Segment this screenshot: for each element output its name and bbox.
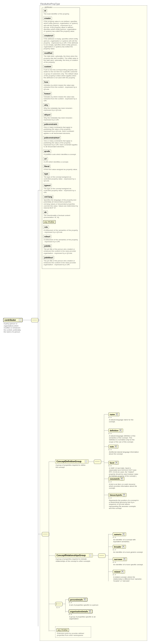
attr-title[interactable]: custom (43, 65, 52, 68)
attr-roleuri: roleuriA refinement of the semantics of … (43, 235, 78, 242)
child-sameAs[interactable]: sameAs +0..∞An identifier of a concept w… (113, 532, 144, 542)
def-sequence-connector (94, 460, 101, 464)
attr-pubconstraint: pubconstraintOne or many constraints tha… (43, 122, 78, 134)
child-related[interactable]: related +0..∞A related concept, where th… (113, 570, 144, 582)
cardinality: 0..∞ (108, 481, 140, 483)
collapse-icon[interactable]: − (19, 319, 21, 321)
child-hierarchyInfo[interactable]: hierarchyInfo +0..∞Represents the positi… (108, 493, 140, 509)
child-desc: Additional natural language information … (108, 451, 140, 455)
attr-qcode: qcodeA qualified code which identifies a… (43, 150, 78, 155)
expand-icon[interactable]: + (123, 558, 126, 560)
expand-icon[interactable]: + (122, 533, 125, 536)
attr-title[interactable]: jobtitleuri (43, 256, 54, 259)
attr-xmllang: xml:langSpecifies the language of this p… (43, 195, 78, 209)
cardinality: 0..∞ (108, 497, 140, 499)
attr-modified: modifiedThe date (and, optionally, the t… (43, 51, 78, 63)
child-broader[interactable]: broader +0..∞An identifier of a more gen… (113, 545, 144, 553)
attr-title[interactable]: xml:lang (43, 195, 53, 198)
attr-title[interactable]: dir (43, 210, 48, 214)
attr-title[interactable]: pubconstrainturi (43, 136, 61, 140)
attr-howuri: howuriIndicates by which means the value… (43, 92, 78, 102)
attr-title[interactable]: roleuri (43, 235, 51, 238)
attr-title[interactable]: whyuri (43, 113, 52, 116)
cardinality: 0..∞ (69, 602, 99, 604)
attr-any-other[interactable]: any ##other (43, 220, 56, 224)
attr-why: whyWhy the metadata has been included - … (43, 103, 78, 111)
root-desc: A party (person or organisation) which m… (3, 323, 22, 333)
cardinality: 0..∞ (113, 561, 144, 563)
root-element[interactable]: contributor − A party (person or organis… (3, 318, 22, 333)
attr-title[interactable]: how (43, 80, 49, 84)
attr-desc: A refinement of the semantics of the pro… (43, 229, 78, 233)
attr-title[interactable]: howuri (43, 92, 52, 96)
collapse-icon[interactable]: − (89, 554, 92, 556)
expand-icon[interactable]: + (89, 610, 91, 613)
concept-relationships-group[interactable]: ConceptRelationshipsGroup − A group of p… (55, 553, 93, 562)
rel-sequence-connector (98, 554, 106, 558)
attr-title[interactable]: jobtitle (43, 244, 52, 248)
child-name[interactable]: name +0..∞A natural language name for th… (108, 412, 140, 423)
attr-desc: If the attribute is empty, specifies whi… (43, 38, 78, 50)
child-desc: A link to an item or a web resource whic… (108, 483, 140, 489)
attr-desc: Why the metadata has been included - exp… (43, 107, 78, 111)
group-def-desc: A group of properites required to define… (55, 464, 88, 468)
concept-definition-group[interactable]: ConceptDefinitionGroup − A group of prop… (55, 460, 88, 468)
collapse-icon[interactable]: − (85, 460, 87, 463)
attr-creator: creatorIf the property value is not defi… (43, 16, 78, 32)
child-personDetails[interactable]: personDetails +0..∞A set of properties s… (69, 598, 99, 606)
expand-icon[interactable]: + (120, 429, 122, 432)
child-note[interactable]: note +0..∞Additional natural language in… (108, 445, 140, 455)
attr-title[interactable]: qcode (43, 150, 51, 153)
attr-title[interactable]: role (43, 226, 49, 229)
child-organisationDetails[interactable]: organisationDetails +0..∞A group of prop… (69, 610, 100, 620)
cardinality: 0..∞ (113, 536, 144, 538)
child-remoteInfo[interactable]: remoteInfo +0..∞A link to an item or a w… (108, 477, 140, 489)
child-facet[interactable]: facet +0..∞In NAR 1.8 and later, facet i… (108, 461, 140, 477)
expand-icon[interactable]: + (84, 598, 86, 601)
child-desc: A set of properties specific to a person (69, 604, 99, 606)
expand-icon[interactable]: + (121, 478, 123, 480)
expand-icon[interactable]: + (116, 413, 118, 416)
expand-icon[interactable]: + (121, 570, 124, 573)
attr-whyuri: whyuriWhy the metadata has been included… (43, 113, 78, 121)
attr-title[interactable]: id (43, 9, 47, 12)
attr-pubconstrainturi: pubconstrainturiOne or many constraints … (43, 136, 78, 148)
attributes-label: attributes (44, 6, 53, 8)
attr-title[interactable]: pubconstraint (43, 122, 58, 126)
attr-desc: The local identifier of the property. (43, 13, 78, 15)
group-def-name: ConceptDefinitionGroup (56, 460, 82, 463)
attr-dir: dirThe directionality of textual content… (43, 210, 78, 218)
attr-desc: Specifies the language of this property … (43, 199, 78, 209)
attr-desc: The date (and, optionally, the time) whe… (43, 55, 78, 63)
child-desc: A related concept, where the relationshi… (113, 576, 144, 582)
attr-desc: A qualified code which identifies a conc… (43, 154, 78, 155)
expand-icon[interactable]: + (115, 446, 117, 448)
child-narrower[interactable]: narrower +0..∞An identifier of a more sp… (113, 558, 144, 566)
expand-icon[interactable]: + (122, 546, 124, 548)
attr-jobtitleuri: jobtitleuriThe job title of the person w… (43, 256, 78, 266)
attr-uri: uriA URI which identifies a concept. (43, 157, 78, 163)
cardinality: 0..∞ (108, 449, 140, 450)
cardinality: 0..∞ (108, 465, 140, 467)
child-definition[interactable]: definition +0..∞A natural language defin… (108, 429, 140, 443)
sequence-connector (31, 318, 38, 322)
attr-title[interactable]: typeuri (43, 184, 52, 187)
cardinality: 0..∞ (113, 574, 144, 576)
expand-icon[interactable]: + (123, 494, 125, 496)
attr-title[interactable]: literal (43, 164, 50, 168)
child-desc: A natural language name for the concept. (108, 419, 140, 423)
attr-title[interactable]: why (43, 103, 49, 107)
child-desc: A group of properties specific to an org… (69, 616, 100, 620)
attr-title[interactable]: modified (43, 51, 54, 55)
extension-any[interactable]: any ##other (56, 628, 69, 632)
attr-desc: One or many constraints that apply to pu… (43, 140, 78, 148)
attributes-container: attributes idThe local identifier of the… (42, 8, 80, 269)
attr-title[interactable]: creatoruri (43, 34, 54, 38)
attr-how: howIndicates by which means the value wa… (43, 80, 78, 90)
cardinality: 0..∞ (108, 416, 140, 418)
expand-icon[interactable]: + (115, 462, 118, 464)
attr-desc: The type of the concept assigned as cont… (43, 188, 78, 194)
attr-title[interactable]: creator (43, 16, 52, 20)
attr-title[interactable]: uri (43, 157, 48, 160)
attr-title[interactable]: type (43, 172, 50, 176)
